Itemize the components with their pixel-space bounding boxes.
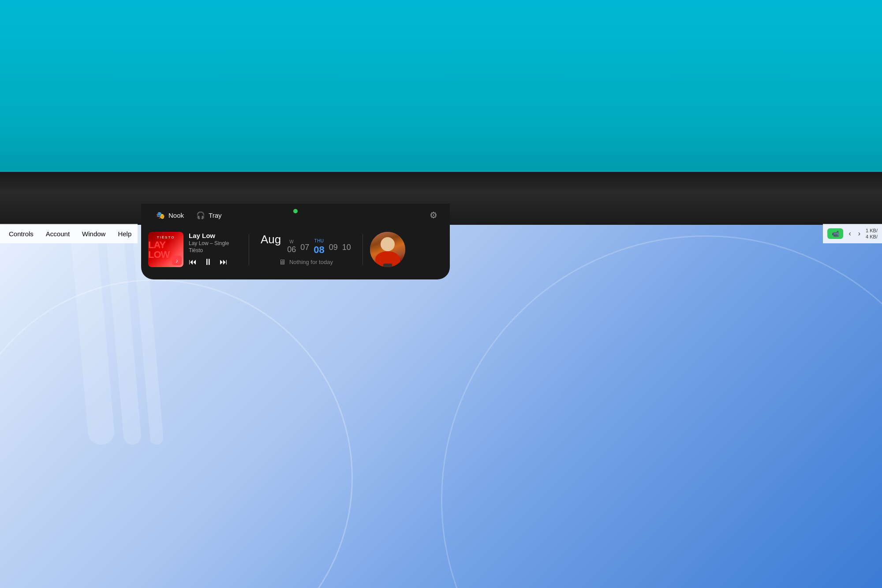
track-title: Lay Low	[189, 232, 242, 239]
desktop-arc-1	[0, 279, 353, 588]
calendar-event-row: 🖥 Nothing for today	[279, 258, 333, 266]
gear-icon: ⚙	[430, 210, 437, 220]
notch-top-row: 🎭 Nook 🎧 Tray ⚙	[141, 204, 450, 225]
track-artist: Tiësto	[189, 247, 242, 253]
music-section: TIËSTO LAY LOW ♪ Lay Low Lay Low – Singl…	[148, 232, 242, 267]
desktop-background	[0, 225, 882, 588]
day-num-6: 06	[287, 245, 296, 254]
avatar-camera	[383, 264, 392, 267]
day-num-7: 07	[300, 243, 309, 252]
cal-day-7: 07	[300, 242, 309, 252]
nook-tab[interactable]: 🎭 Nook	[150, 208, 190, 222]
avatar-head	[381, 237, 395, 251]
nook-tab-icon: 🎭	[156, 211, 165, 220]
nook-tab-label: Nook	[168, 212, 184, 219]
notch-content: TIËSTO LAY LOW ♪ Lay Low Lay Low – Singl…	[141, 225, 450, 279]
music-controls: ⏮ ⏸ ⏭	[189, 257, 242, 267]
album-art: TIËSTO LAY LOW ♪	[148, 232, 183, 267]
menu-window[interactable]: Window	[76, 224, 112, 243]
cal-day-6: W 06	[287, 239, 296, 254]
day-num-10: 10	[342, 243, 351, 252]
pause-button[interactable]: ⏸	[204, 257, 213, 267]
notch-panel: 🎭 Nook 🎧 Tray ⚙ TIËSTO LAY LOW ♪	[141, 204, 450, 279]
profile-avatar	[370, 232, 405, 267]
avatar-photo	[370, 232, 405, 267]
gear-button[interactable]: ⚙	[426, 208, 441, 222]
tray-tab-label: Tray	[209, 212, 221, 219]
track-album: Lay Low – Single	[189, 240, 242, 246]
calendar-month: Aug	[261, 233, 281, 246]
menu-bar: Controls Account Window Help	[0, 224, 138, 243]
menu-controls[interactable]: Controls	[0, 224, 40, 243]
profile-section[interactable]	[370, 232, 405, 267]
calendar-days: W 06 07 THU 08 09	[287, 238, 351, 256]
network-speed: 1 KB/ 4 KB/	[866, 227, 878, 240]
divider	[249, 234, 249, 265]
music-app-icon: ♪	[172, 256, 182, 265]
calendar-section: Aug W 06 07 THU 08	[256, 233, 355, 266]
cal-day-10: 10	[342, 242, 351, 252]
background-top	[0, 0, 882, 190]
avatar-body	[375, 251, 400, 267]
divider-2	[363, 234, 363, 265]
calendar-event-text: Nothing for today	[289, 259, 333, 265]
music-info: Lay Low Lay Low – Single Tiësto ⏮ ⏸ ⏭	[189, 232, 242, 267]
next-button[interactable]: ⏭	[220, 257, 228, 267]
cal-day-8-today: THU 08	[314, 238, 324, 256]
day-num-9: 09	[329, 243, 338, 252]
tray-tab-icon: 🎧	[196, 211, 205, 220]
menu-help[interactable]: Help	[112, 224, 138, 243]
day-name-8: THU	[314, 238, 324, 243]
menu-account[interactable]: Account	[40, 224, 76, 243]
cal-day-9: 09	[329, 242, 338, 252]
green-dot	[293, 209, 298, 213]
tray-tab[interactable]: 🎧 Tray	[190, 208, 228, 222]
desktop-arc-3	[441, 235, 882, 588]
calendar-top-row: Aug W 06 07 THU 08	[261, 233, 351, 256]
day-name-6: W	[289, 239, 294, 244]
menu-bar-right: 📹 ‹ › 1 KB/ 4 KB/	[823, 224, 882, 243]
calendar-event-icon: 🖥	[279, 258, 286, 266]
back-arrow-icon[interactable]: ‹	[847, 230, 852, 238]
previous-button[interactable]: ⏮	[189, 257, 197, 267]
forward-arrow-icon[interactable]: ›	[856, 230, 862, 238]
facetime-icon[interactable]: 📹	[827, 228, 843, 239]
album-artist-label: TIËSTO	[157, 235, 175, 239]
day-num-8: 08	[314, 244, 324, 256]
